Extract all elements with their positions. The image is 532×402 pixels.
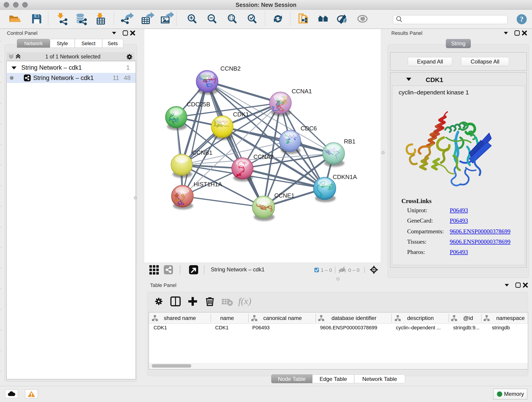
svg-text:shared name: shared name (164, 315, 196, 321)
svg-text:CCNB2: CCNB2 (220, 65, 241, 72)
svg-text:CDK1: CDK1 (233, 111, 249, 118)
svg-text:CCNA2: CCNA2 (253, 153, 273, 160)
svg-text:CCNB1: CCNB1 (192, 149, 212, 156)
svg-text:name: name (220, 315, 234, 321)
svg-text:description: description (407, 315, 434, 321)
svg-text:CCNA1: CCNA1 (292, 88, 312, 95)
svg-text:@id: @id (463, 315, 473, 321)
svg-text:HIST1H1A: HIST1H1A (194, 181, 222, 188)
svg-text:database identifier: database identifier (331, 315, 376, 321)
svg-text:0 – 0: 0 – 0 (348, 267, 360, 273)
svg-text:canonical name: canonical name (263, 315, 302, 321)
svg-text:CDC6: CDC6 (301, 125, 317, 132)
svg-text:CCNE1: CCNE1 (274, 192, 294, 199)
svg-text:f(x): f(x) (238, 296, 251, 306)
svg-text:namespace: namespace (496, 315, 525, 321)
svg-text:CDC25B: CDC25B (187, 101, 210, 108)
svg-text:CDKN1A: CDKN1A (333, 173, 357, 180)
svg-text:1 – 0: 1 – 0 (321, 267, 332, 273)
svg-text:RB1: RB1 (344, 138, 355, 145)
